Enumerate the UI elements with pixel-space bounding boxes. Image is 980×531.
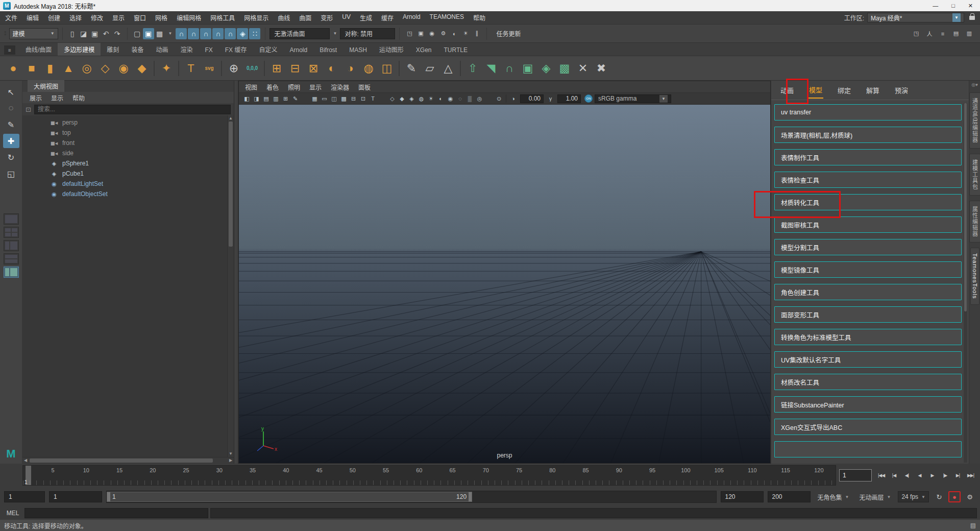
chevron-down-icon[interactable]: ▼ [659,95,668,103]
go-to-playback-end-button[interactable]: ▶▶| [964,469,977,482]
camera-attributes-icon[interactable]: ◨ [252,94,261,104]
grease-pencil-icon[interactable]: ✎ [290,94,300,104]
modeling-toolkit-icon[interactable]: ◳ [911,28,922,39]
type-tool-icon[interactable]: T [182,59,200,78]
tool-button[interactable]: 面部变形工具 [774,306,962,323]
attribute-editor-icon[interactable]: ≡ [937,28,948,39]
snap-to-curves-icon[interactable]: ∩ [188,28,199,39]
paint-select-tool[interactable]: ✎ [3,117,19,132]
menu-item[interactable]: 创建 [48,13,60,22]
menu-item[interactable]: 选择 [69,13,82,22]
shelf-tab[interactable]: 多边形建模 [58,43,101,56]
ipr-render-icon[interactable]: ◉ [426,28,437,39]
outliner-search-input[interactable] [34,105,231,114]
shelf-tab[interactable]: 曲线/曲面 [19,43,58,56]
outliner-item[interactable]: ◉ defaultLightSet [22,179,227,189]
shadows-icon[interactable]: ◐ [436,94,446,104]
safe-action-icon[interactable]: ⊡ [358,94,368,104]
hypershade-icon[interactable]: ◐ [449,28,460,39]
resolution-gate-icon[interactable]: ◫ [329,94,339,104]
poly-torus-icon[interactable]: ◎ [78,59,96,78]
menu-item[interactable]: 网格 [155,13,167,22]
humanik-icon[interactable]: 人 [924,28,935,39]
extract-icon[interactable]: ⊠ [304,59,323,78]
menu-item[interactable]: UV [342,13,351,22]
go-to-playback-start-button[interactable]: |◀◀ [875,469,888,482]
active-surface-field[interactable]: 无激活曲面 [270,28,330,39]
playback-range-bar[interactable]: 1 120 [107,492,472,502]
move-tool[interactable]: ✚ [3,134,19,148]
chevron-down-icon[interactable]: ▼ [168,31,173,36]
tool-settings-icon[interactable]: ▤ [950,28,962,39]
shelf-tab[interactable]: Arnold [283,44,313,56]
shelf-separator[interactable] [154,61,155,76]
tool-button[interactable]: 材质改名工具 [774,374,962,390]
outliner-item[interactable]: ◼◂ persp [22,117,227,128]
anim-preferences-icon[interactable]: ⚙ [964,491,976,502]
create-polygon-tool-icon[interactable]: △ [439,59,457,78]
menu-item[interactable]: 显示 [112,13,125,22]
shelf-tab[interactable]: FX [199,44,218,56]
fill-hole-icon[interactable]: ▣ [519,59,537,78]
extrude-icon[interactable]: ⇧ [463,59,482,78]
shelf-tab[interactable]: 装备 [125,43,150,56]
sidebar-vertical-tab[interactable]: 属性编辑器 [969,201,980,243]
select-by-object-icon[interactable]: ▣ [143,28,154,39]
field-chart-icon[interactable]: ⊟ [349,94,358,104]
menu-item[interactable]: 网格显示 [244,13,268,22]
minimize-button[interactable]: — [933,3,938,9]
menu-item[interactable]: 缓存 [381,13,394,22]
workspace-dropdown[interactable]: Maya 经典* ▼ [867,13,964,22]
bridge-icon[interactable]: ∩ [500,59,519,78]
tools-panel-scrollbar[interactable] [964,103,967,463]
vp-separator[interactable] [484,94,494,104]
shelf-tab[interactable]: 动画 [150,43,174,56]
poly-plane-icon[interactable]: ◇ [96,59,114,78]
select-tool[interactable]: ↖ [3,85,19,99]
tool-button[interactable]: 链接SubstancePainter [774,396,962,413]
bookmarks-icon[interactable]: ▤ [261,94,271,104]
step-forward-key-button[interactable]: |▶ [939,469,951,482]
viewport-menu-item[interactable]: 照明 [288,83,300,91]
tool-button[interactable]: 截图审核工具 [774,216,962,233]
auto-key-button[interactable]: ● [948,491,961,502]
outliner-menu-item[interactable]: 显示 [51,93,63,102]
viewport-menu-item[interactable]: 显示 [309,83,322,91]
render-settings-icon[interactable]: ⚙ [437,28,449,39]
animation-end-field[interactable]: 200 [768,491,811,502]
sidebar-vertical-tab[interactable]: 通道盒/层编辑器 [969,92,980,149]
make-live-icon[interactable]: ◈ [237,28,248,39]
multi-cut-tool-icon[interactable]: ✎ [402,59,421,78]
symmetry-field[interactable]: 对称: 禁用 [340,28,395,39]
outliner-horizontal-scrollbar[interactable]: ◀ ▶ [22,457,234,464]
use-default-material-icon[interactable]: ◍ [416,94,426,104]
layout-outliner-persp-button[interactable] [4,267,19,278]
shelf-tab[interactable]: 运动图形 [373,43,410,56]
outliner-item[interactable]: ◼◂ side [22,148,227,158]
play-backwards-button[interactable]: ◀ [913,469,926,482]
light-editor-icon[interactable]: ☀ [460,28,471,39]
vp-separator[interactable] [300,94,310,104]
multisample-icon[interactable]: ▒ [465,94,475,104]
playback-loop-icon[interactable]: ↻ [933,491,945,502]
separate-icon[interactable]: ⊟ [286,59,304,78]
select-by-component-icon[interactable]: ▩ [154,28,165,39]
sidebar-vertical-tab[interactable]: TeamonesTools [970,248,979,304]
snap-to-points-icon[interactable]: ∩ [200,28,211,39]
gamma-icon[interactable]: γ [546,94,555,104]
tool-button[interactable]: XGen交互式导出ABC [774,419,962,435]
vp-separator[interactable] [378,94,387,104]
anim-layer-dropdown[interactable]: 无动画层▼ [856,491,894,502]
combine-icon[interactable]: ⊞ [267,59,286,78]
redo-icon[interactable]: ↷ [112,28,123,39]
scale-tool[interactable]: ◱ [3,166,19,181]
snap-to-view-planes-icon[interactable]: ∩ [225,28,236,39]
tool-button[interactable]: 模型分割工具 [774,239,962,255]
spread-edges-icon[interactable]: ✕ [574,59,592,78]
xray-icon[interactable]: ◎ [475,94,484,104]
gate-mask-icon[interactable]: ▩ [339,94,349,104]
viewport-menu-item[interactable]: 面板 [358,83,371,91]
center-pivot-icon[interactable]: 0,0,0 [243,59,261,78]
shelf-tab[interactable]: 自定义 [253,43,283,56]
step-back-key-button[interactable]: ◀| [900,469,913,482]
